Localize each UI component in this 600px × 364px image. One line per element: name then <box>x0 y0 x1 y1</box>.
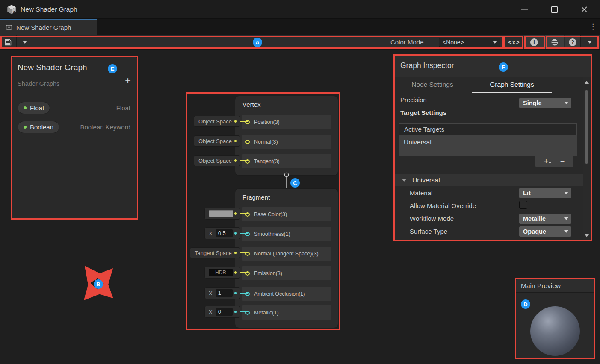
color-mode-dropdown[interactable]: <None> <box>439 38 500 47</box>
color-mode-label: Color Mode <box>390 35 424 50</box>
close-button[interactable] <box>574 0 594 19</box>
emission-hdr-badge[interactable]: HDR <box>204 267 240 279</box>
space-badge[interactable]: Object Space <box>194 155 240 166</box>
add-target-button[interactable]: + <box>544 157 552 166</box>
add-property-button[interactable]: + <box>125 75 131 87</box>
divider <box>12 94 138 94</box>
precision-dropdown[interactable]: Single <box>519 98 571 108</box>
port-icon[interactable] <box>245 252 250 256</box>
chevron-down-icon <box>564 102 568 104</box>
value-input[interactable]: 0.5 <box>216 229 233 237</box>
scrollbar-thumb[interactable] <box>585 90 588 164</box>
remove-target-button[interactable]: − <box>560 157 565 166</box>
active-target-item-universal[interactable]: Universal <box>399 135 577 156</box>
help-button[interactable]: ? <box>565 35 580 49</box>
generated-code-button[interactable]: <x> <box>505 35 523 49</box>
port-label: Tangent(3) <box>254 159 280 164</box>
main-preview-toggle-button[interactable] <box>545 35 564 49</box>
chevron-down-icon <box>588 41 592 44</box>
vertex-node[interactable]: Vertex Position(3) Normal(3) Tangent(3) <box>235 96 338 176</box>
fragment-node[interactable]: Fragment Base Color(3) Smoothness(1) Nor… <box>235 188 338 328</box>
hdr-label[interactable]: HDR <box>209 269 233 276</box>
tab-graph-settings[interactable]: Graph Settings <box>472 77 552 92</box>
active-targets-header: Active Targets <box>399 123 577 135</box>
scroll-up-icon[interactable] <box>585 81 589 84</box>
scroll-down-icon[interactable] <box>585 234 589 237</box>
ao-value-badge: X 1 <box>204 287 240 299</box>
blackboard-toggle-button[interactable]: i <box>524 35 544 49</box>
material-dropdown[interactable]: Lit <box>519 188 571 198</box>
fragment-node-title: Fragment <box>242 194 270 201</box>
port-stub <box>240 121 248 122</box>
port-icon[interactable] <box>245 311 250 315</box>
port-dot-icon <box>234 232 237 235</box>
port-stub <box>240 311 248 312</box>
workflow-mode-dropdown[interactable]: Metallic <box>519 214 571 224</box>
port-icon[interactable] <box>245 232 250 236</box>
vertex-port-position[interactable]: Position(3) <box>242 115 331 129</box>
port-icon[interactable] <box>245 159 250 164</box>
toolbar-more-dropdown[interactable] <box>581 35 599 49</box>
shader-graph-asset-icon <box>5 23 13 31</box>
chevron-down-icon <box>549 162 551 164</box>
tab-node-settings[interactable]: Node Settings <box>399 77 466 92</box>
port-stub <box>240 233 248 234</box>
fragment-port-smoothness[interactable]: Smoothness(1) <box>242 227 331 241</box>
save-options-dropdown[interactable] <box>17 35 33 49</box>
vertex-port-tangent[interactable]: Tangent(3) <box>242 154 331 168</box>
fragment-port-normal-ts[interactable]: Normal (Tangent Space)(3) <box>242 247 331 261</box>
annotation-badge-b: B <box>94 279 103 289</box>
fragment-port-ambient-occlusion[interactable]: Ambient Occlusion(1) <box>242 287 331 301</box>
minimize-button[interactable] <box>514 0 534 19</box>
port-label: Normal (Tangent Space)(3) <box>254 251 319 257</box>
port-stub <box>240 160 248 161</box>
port-stub <box>240 272 248 273</box>
port-stub <box>240 141 248 141</box>
space-badge[interactable]: Tangent Space <box>190 247 240 258</box>
value-input[interactable]: 0 <box>216 308 233 316</box>
maximize-button[interactable] <box>544 0 564 19</box>
active-tab-underline <box>472 92 552 93</box>
property-row: Float Float <box>12 102 138 114</box>
color-mode-value: <None> <box>439 39 493 46</box>
save-asset-button[interactable] <box>0 35 16 49</box>
property-pill-boolean[interactable]: Boolean <box>18 121 59 133</box>
fragment-port-metallic[interactable]: Metallic(1) <box>242 305 331 320</box>
annotation-badge-d: D <box>521 299 530 309</box>
vertex-port-normal[interactable]: Normal(3) <box>242 135 331 149</box>
inspector-scrollbar[interactable] <box>583 77 590 241</box>
port-icon[interactable] <box>245 140 250 144</box>
tab-new-shader-graph[interactable]: New Shader Graph <box>0 19 97 35</box>
port-dot-icon <box>234 140 237 142</box>
tab-overflow-menu-icon[interactable]: ⋮ <box>586 19 600 35</box>
precision-label: Precision <box>400 94 427 106</box>
fragment-port-emission[interactable]: Emission(3) <box>242 266 331 280</box>
universal-foldout[interactable]: Universal <box>394 174 583 186</box>
port-icon[interactable] <box>245 120 250 124</box>
graph-inspector-panel: Graph Inspector Node Settings Graph Sett… <box>394 55 591 241</box>
port-dot-icon <box>234 212 237 215</box>
space-badge[interactable]: Object Space <box>194 135 240 147</box>
value-input[interactable]: 1 <box>216 289 233 297</box>
port-label: Smoothness(1) <box>254 231 290 237</box>
fragment-port-base-color[interactable]: Base Color(3) <box>242 207 331 221</box>
preview-sphere[interactable] <box>530 306 580 356</box>
chevron-down-icon <box>564 217 568 220</box>
base-color-swatch-badge[interactable] <box>204 208 240 220</box>
port-dot-icon <box>234 120 237 123</box>
chevron-down-icon <box>564 192 568 194</box>
port-icon[interactable] <box>245 212 250 217</box>
property-pill-float[interactable]: Float <box>18 102 50 114</box>
port-icon[interactable] <box>245 292 250 296</box>
property-type: Boolean Keyword <box>80 121 130 133</box>
space-badge[interactable]: Object Space <box>194 116 240 127</box>
port-dot-icon <box>234 292 237 294</box>
allow-material-override-checkbox[interactable] <box>519 201 527 209</box>
port-label: Ambient Occlusion(1) <box>254 291 305 297</box>
svg-text:6: 6 <box>13 10 15 15</box>
color-swatch[interactable] <box>209 210 233 217</box>
surface-type-dropdown[interactable]: Opaque <box>519 226 571 237</box>
port-icon[interactable] <box>245 271 250 276</box>
targets-footer: + − <box>535 156 573 167</box>
exposed-dot-icon <box>24 106 27 109</box>
